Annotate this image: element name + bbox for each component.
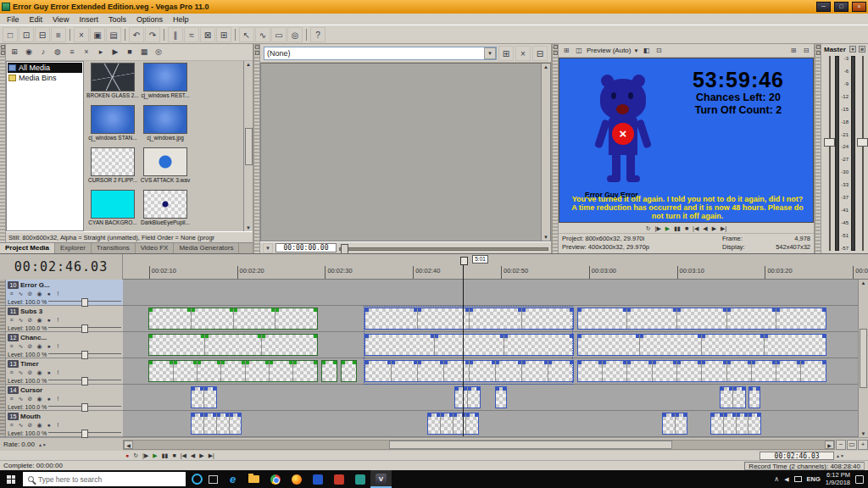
arm-icon[interactable]: ! xyxy=(54,421,62,429)
copy-snapshot-icon[interactable]: ⊞ xyxy=(788,47,798,54)
track-grip[interactable] xyxy=(0,280,6,305)
track-level-slider[interactable] xyxy=(48,298,121,305)
save-preset-icon[interactable]: ⊟ xyxy=(532,46,548,61)
start-preview-icon[interactable]: ▶ xyxy=(108,46,122,59)
track-fx-icon[interactable]: ∿ xyxy=(17,342,25,350)
track-fx-icon[interactable]: ∿ xyxy=(17,395,25,402)
open-icon[interactable]: ⊡ xyxy=(19,27,34,42)
taskbar-app-app-3[interactable] xyxy=(349,470,370,488)
taskbar-app-edge[interactable]: e xyxy=(222,470,243,488)
media-properties-icon[interactable]: ≡ xyxy=(65,46,79,59)
track-grip[interactable] xyxy=(0,358,6,384)
media-item[interactable]: cj_windows REST... xyxy=(139,63,192,105)
track-header-15[interactable]: 15Mouth≡∿⊘◉●!Level: 100.0 % xyxy=(0,411,123,437)
track-grip[interactable] xyxy=(0,411,6,436)
taskbar-app-app-2[interactable] xyxy=(328,470,349,488)
mute-icon[interactable]: ◉ xyxy=(36,369,43,376)
media-item[interactable]: BROKEN GLASS 2... xyxy=(86,63,139,105)
track-motion-icon[interactable]: ≡ xyxy=(8,369,15,376)
extract-audio-icon[interactable]: ♪ xyxy=(36,46,50,59)
cortana-icon[interactable] xyxy=(192,474,203,485)
media-item[interactable]: DarkBlueEyePupil... xyxy=(139,190,192,231)
arm-icon[interactable]: ! xyxy=(54,342,62,350)
automation-icon[interactable]: ⊘ xyxy=(26,369,34,376)
menu-insert[interactable]: Insert xyxy=(74,14,103,25)
get-media-from-web-icon[interactable]: ◍ xyxy=(51,46,64,59)
remove-plugin-icon[interactable]: × xyxy=(515,46,531,61)
track-header-13[interactable]: 13Timer≡∿⊘◉●!Level: 100.0 % xyxy=(0,358,123,385)
scrollbar-thumb[interactable] xyxy=(245,128,253,165)
import-media-icon[interactable]: ⊞ xyxy=(8,46,21,59)
track-number[interactable]: 14 xyxy=(8,386,19,394)
media-item[interactable]: cj_windows.jpg xyxy=(139,105,192,147)
fx-keyframe-canvas[interactable]: ▲ ▼ xyxy=(260,63,551,241)
timeline-ruler[interactable]: 5:01 00:02:1000:02:2000:02:3000:02:4000:… xyxy=(123,254,868,280)
timeline-marker[interactable]: 5:01 xyxy=(472,255,488,263)
track-lane-15[interactable] xyxy=(123,411,858,437)
timeline-event[interactable] xyxy=(364,334,574,356)
track-number[interactable]: 12 xyxy=(8,334,19,341)
remove-unused-media-icon[interactable]: × xyxy=(80,46,93,59)
track-name[interactable]: Subs 3 xyxy=(20,308,121,315)
selection-edit-tool-icon[interactable]: ▭ xyxy=(271,27,287,42)
solo-icon[interactable]: ● xyxy=(45,369,53,376)
menu-view[interactable]: View xyxy=(47,14,74,25)
timeline-event[interactable] xyxy=(364,360,574,382)
solo-icon[interactable]: ● xyxy=(45,395,53,402)
record-button[interactable]: ● xyxy=(125,452,129,460)
track-lane-area[interactable] xyxy=(123,280,858,437)
scroll-up-icon[interactable]: ▲ xyxy=(543,64,548,69)
play-from-start-button[interactable]: |▶ xyxy=(142,452,148,460)
loop-playback-icon[interactable]: ↻ xyxy=(646,224,651,233)
project-properties-icon[interactable]: ≡ xyxy=(51,27,66,42)
track-header-14[interactable]: 14Cursor≡∿⊘◉●!Level: 100.0 % xyxy=(0,385,123,411)
scroll-down-icon[interactable]: ▼ xyxy=(543,235,548,240)
menu-help[interactable]: Help xyxy=(168,14,194,25)
track-grip[interactable] xyxy=(0,306,6,331)
automation-icon[interactable]: ⊘ xyxy=(26,290,34,297)
taskbar-app-file-explorer[interactable] xyxy=(243,470,264,488)
menu-options[interactable]: Options xyxy=(131,14,168,25)
mute-icon[interactable]: ◉ xyxy=(36,421,43,429)
track-level-slider[interactable] xyxy=(48,351,121,358)
arm-icon[interactable]: ! xyxy=(54,316,62,324)
maximize-button[interactable]: □ xyxy=(834,2,849,12)
save-icon[interactable]: ⊟ xyxy=(35,27,50,42)
menu-edit[interactable]: Edit xyxy=(25,14,48,25)
external-monitor-icon[interactable]: ◫ xyxy=(574,47,584,54)
panel-grip[interactable] xyxy=(553,44,559,253)
automation-icon[interactable]: ⊘ xyxy=(26,421,34,429)
play-icon[interactable]: ▶ xyxy=(665,224,670,233)
timeline-event[interactable] xyxy=(191,386,217,408)
loop-playback-button[interactable]: ↻ xyxy=(133,452,138,460)
track-level-slider[interactable] xyxy=(48,324,121,331)
save-snapshot-icon[interactable]: ⊟ xyxy=(801,47,811,54)
timeline-event[interactable] xyxy=(427,413,479,435)
scrollbar-thumb[interactable] xyxy=(860,329,867,388)
track-name[interactable]: Cursor xyxy=(20,386,121,394)
track-grip[interactable] xyxy=(0,385,6,410)
timeline-event[interactable] xyxy=(148,308,317,330)
plugin-chain-icon[interactable]: ⊞ xyxy=(498,46,514,61)
automation-icon[interactable]: ⊘ xyxy=(26,316,34,324)
track-name[interactable]: Chanc... xyxy=(20,334,121,341)
arm-icon[interactable]: ! xyxy=(54,369,62,376)
track-grip[interactable] xyxy=(0,332,6,358)
tray-expand-icon[interactable]: ∧ xyxy=(774,475,779,483)
tab-explorer[interactable]: Explorer xyxy=(55,243,92,253)
close-button[interactable]: × xyxy=(852,2,866,12)
master-fader-left[interactable] xyxy=(824,56,833,251)
track-number[interactable]: 11 xyxy=(8,308,19,315)
solo-icon[interactable]: ● xyxy=(45,342,53,350)
track-fx-icon[interactable]: ∿ xyxy=(17,421,25,429)
timeline-vertical-scrollbar[interactable]: ▲ ▼ xyxy=(858,280,868,437)
normal-edit-tool-icon[interactable]: ↖ xyxy=(239,27,254,42)
track-level-slider[interactable] xyxy=(48,377,121,384)
minimize-button[interactable]: ─ xyxy=(816,2,831,12)
scroll-down-icon[interactable]: ▼ xyxy=(246,225,251,230)
previous-frame-button[interactable]: ◀ xyxy=(191,452,195,460)
track-header-11[interactable]: 11Subs 3≡∿⊘◉●!Level: 100.0 % xyxy=(0,306,123,332)
scroll-down-icon[interactable]: ▼ xyxy=(861,431,866,436)
track-lane-12[interactable] xyxy=(123,332,858,358)
next-frame-button[interactable]: ▶ xyxy=(199,452,203,460)
